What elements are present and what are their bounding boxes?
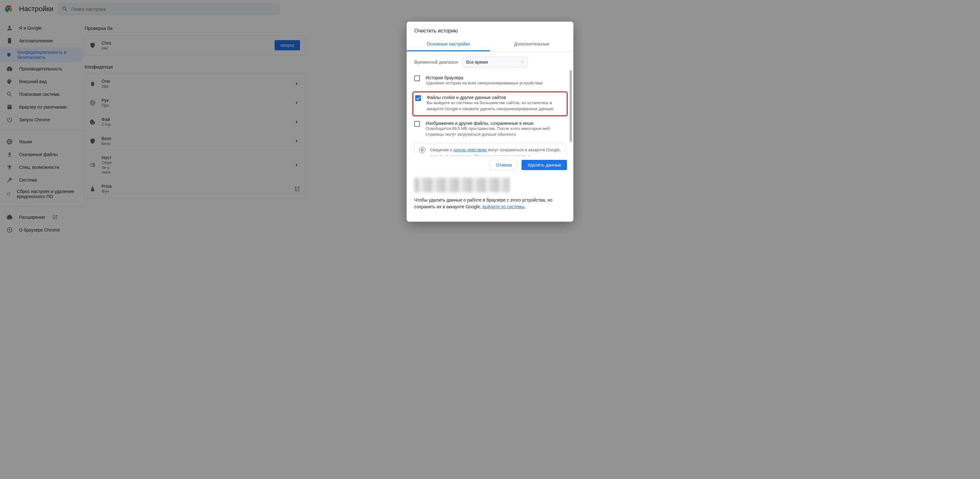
google-logo-icon: G: [419, 147, 425, 153]
cancel-button[interactable]: Отмена: [490, 160, 518, 170]
option-title: Изображения и другие файлы, сохраненные …: [426, 121, 566, 126]
info-box: G Сведения о других действиях могут сохр…: [414, 143, 566, 156]
option-cached[interactable]: Изображения и другие файлы, сохраненные …: [414, 118, 566, 141]
checkbox-cookies[interactable]: [415, 95, 421, 101]
sign-out-link[interactable]: выйдите из системы: [482, 204, 525, 209]
option-sub: Освободится 89,5 МБ пространства. После …: [426, 126, 566, 138]
redacted-content: [414, 178, 510, 192]
dialog-lower: Чтобы удалить данные о работе в браузере…: [407, 174, 573, 216]
clear-browsing-data-dialog: Очистить историю Основные настройки Допо…: [407, 22, 573, 222]
option-cookies[interactable]: Файлы cookie и другие данные сайтов Вы в…: [412, 91, 568, 116]
dialog-actions: Отмена Удалить данные: [407, 156, 573, 174]
option-sub: Удаление истории на всех синхронизирован…: [426, 80, 543, 86]
dialog-scroll-area[interactable]: Временной диапазон Все время История бра…: [407, 52, 573, 156]
checkbox-browsing-history[interactable]: [414, 75, 420, 81]
other-activity-link[interactable]: других действиях: [453, 147, 487, 152]
option-title: История браузера: [426, 75, 543, 80]
option-sub: Вы выйдете из системы на большинстве сай…: [427, 100, 565, 112]
tab-advanced[interactable]: Дополнительные: [490, 38, 573, 51]
checkbox-cached[interactable]: [414, 121, 420, 127]
dropdown-arrow-icon: [520, 60, 524, 64]
tab-basic[interactable]: Основные настройки: [407, 38, 490, 51]
time-range-label: Временной диапазон: [414, 59, 458, 65]
dialog-scrollbar[interactable]: [570, 70, 572, 142]
clear-data-button[interactable]: Удалить данные: [522, 160, 567, 170]
option-browsing-history[interactable]: История браузера Удаление истории на все…: [414, 73, 566, 89]
option-title: Файлы cookie и другие данные сайтов: [427, 95, 565, 100]
dialog-tabs: Основные настройки Дополнительные: [407, 38, 573, 52]
info-text: Сведения о других действиях могут сохран…: [430, 147, 561, 156]
dialog-title: Очистить историю: [407, 22, 573, 38]
signout-note: Чтобы удалить данные о работе в браузере…: [414, 197, 566, 210]
time-range-value: Все время: [466, 59, 488, 65]
modal-overlay: Очистить историю Основные настройки Допо…: [0, 0, 980, 479]
time-range-select[interactable]: Все время: [463, 57, 528, 67]
